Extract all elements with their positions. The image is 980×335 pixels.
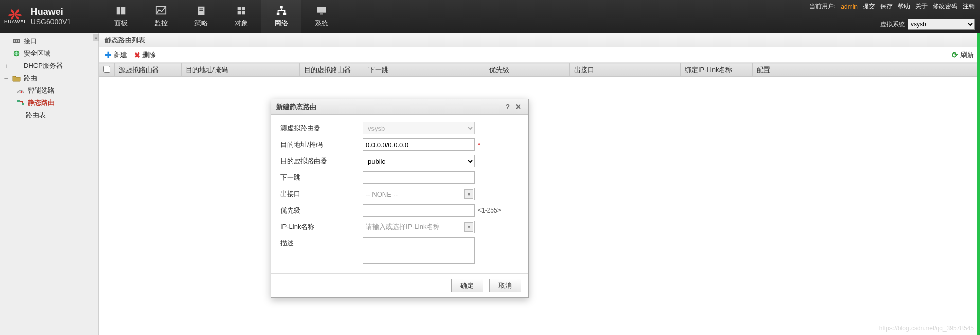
link-help[interactable]: 帮助 — [898, 2, 910, 11]
sidebar-item-label: 路由 — [24, 74, 37, 83]
required-mark: * — [478, 141, 480, 149]
outif-value: -- NONE -- — [366, 190, 398, 198]
svg-rect-14 — [320, 14, 324, 15]
toolbar: ✚ 新建 ✖ 删除 ⟳ 刷新 — [99, 47, 980, 63]
input-nexthop[interactable] — [363, 171, 475, 184]
nav-monitor[interactable]: 监控 — [141, 0, 181, 33]
svg-rect-7 — [242, 7, 245, 10]
huawei-petal-icon — [6, 9, 24, 20]
sidebar-item-seczone[interactable]: 安全区域 — [0, 47, 98, 60]
input-dest[interactable] — [363, 138, 475, 151]
ok-button[interactable]: 确定 — [451, 279, 483, 292]
svg-rect-6 — [238, 7, 241, 10]
sidebar-item-route-table[interactable]: 路由表 — [0, 109, 98, 121]
chevron-down-icon[interactable]: ▾ — [464, 222, 473, 232]
nav-system[interactable]: 系统 — [301, 0, 342, 33]
col-priority[interactable]: 优先级 — [485, 63, 570, 77]
input-dest-vr[interactable]: public — [363, 155, 475, 167]
nav-network[interactable]: 网络 — [261, 0, 301, 33]
new-button-label: 新建 — [114, 50, 127, 60]
current-user-name: admin — [841, 3, 858, 10]
brand-block: HUAWEI Huawei USG6000V1 — [0, 0, 80, 33]
dialog-footer: 确定 取消 — [271, 273, 528, 297]
label-dest: 目的地址/掩码 — [280, 138, 363, 149]
col-dest-vr[interactable]: 目的虚拟路由器 — [300, 63, 364, 77]
nav-tree: 接口 安全区域 + DHCP服务器 − 路由 — [0, 35, 98, 121]
col-nexthop[interactable]: 下一跳 — [364, 63, 485, 77]
top-right: 当前用户: admin 提交 保存 帮助 关于 修改密码 注销 虚拟系统 vsy… — [809, 0, 980, 33]
field-dest: 目的地址/掩码 * — [280, 138, 520, 151]
field-desc: 描述 — [280, 237, 520, 264]
gauge-icon — [16, 87, 25, 94]
iplink-placeholder: 请输入或选择IP-Link名称 — [366, 222, 440, 232]
link-save[interactable]: 保存 — [880, 2, 893, 11]
input-priority[interactable] — [363, 204, 475, 217]
dialog-header[interactable]: 新建静态路由 ? ✕ — [271, 99, 528, 115]
field-iplink: IP-Link名称 请输入或选择IP-Link名称 ▾ — [280, 221, 520, 233]
priority-hint: <1-255> — [478, 207, 501, 214]
svg-rect-0 — [117, 7, 120, 15]
input-outif[interactable]: -- NONE -- ▾ — [363, 188, 475, 200]
svg-rect-17 — [16, 40, 17, 42]
delete-button[interactable]: ✖ 删除 — [134, 50, 156, 60]
link-commit[interactable]: 提交 — [863, 2, 875, 11]
dialog-close-icon[interactable]: ✕ — [513, 103, 523, 111]
sidebar-item-route[interactable]: − 路由 — [0, 72, 98, 84]
svg-rect-4 — [200, 8, 203, 9]
vsys-label: 虚拟系统 — [880, 20, 905, 29]
col-iplink[interactable]: 绑定IP-Link名称 — [681, 63, 753, 77]
vsys-selector-row: 虚拟系统 vsysb — [880, 19, 975, 30]
new-static-route-dialog: 新建静态路由 ? ✕ 源虚拟路由器 vsysb 目的地址/掩码 * 目的虚拟路由… — [271, 99, 529, 298]
link-about[interactable]: 关于 — [915, 2, 928, 11]
chevron-down-icon[interactable]: ▾ — [464, 189, 473, 199]
select-all-checkbox[interactable] — [103, 66, 110, 73]
sidebar-item-dhcp[interactable]: + DHCP服务器 — [0, 60, 98, 72]
dialog-title: 新建静态路由 — [276, 102, 316, 112]
panel-title: 静态路由列表 — [99, 33, 980, 47]
twisty-plus[interactable]: + — [3, 62, 9, 70]
vsys-select[interactable]: vsysb — [908, 19, 975, 30]
brand-name: Huawei — [31, 7, 72, 18]
svg-rect-8 — [238, 11, 241, 14]
dialog-help-icon[interactable]: ? — [503, 103, 513, 111]
col-operate[interactable]: 配置 — [753, 63, 980, 77]
input-iplink[interactable]: 请输入或选择IP-Link名称 ▾ — [363, 221, 475, 233]
svg-rect-18 — [18, 40, 19, 42]
nav-dashboard[interactable]: 面板 — [101, 0, 141, 33]
svg-rect-12 — [283, 13, 287, 15]
input-src-vr: vsysb — [363, 122, 475, 134]
sidebar-item-static-route[interactable]: 静态路由 — [0, 97, 98, 109]
field-nexthop: 下一跳 — [280, 171, 520, 184]
label-nexthop: 下一跳 — [280, 171, 363, 182]
col-outif[interactable]: 出接口 — [570, 63, 681, 77]
input-desc[interactable] — [363, 237, 475, 264]
col-dest-mask[interactable]: 目的地址/掩码 — [182, 63, 300, 77]
sidebar-collapse-handle[interactable]: « — [93, 34, 99, 41]
sidebar-item-label: 接口 — [24, 37, 37, 46]
sidebar-item-label: 智能选路 — [28, 86, 55, 95]
cancel-button[interactable]: 取消 — [489, 279, 521, 292]
sidebar-item-label: DHCP服务器 — [24, 61, 63, 70]
network-icon — [276, 5, 287, 16]
col-src-vr[interactable]: 源虚拟路由器 — [115, 63, 182, 77]
svg-rect-22 — [22, 103, 24, 105]
nav-object[interactable]: 对象 — [221, 0, 261, 33]
current-user-label: 当前用户: — [809, 2, 835, 11]
sidebar-item-interface[interactable]: 接口 — [0, 35, 98, 47]
link-password[interactable]: 修改密码 — [933, 2, 957, 11]
top-right-links: 当前用户: admin 提交 保存 帮助 关于 修改密码 注销 — [809, 2, 975, 11]
sidebar-item-label: 静态路由 — [28, 98, 55, 108]
refresh-button[interactable]: ⟳ 刷新 — [952, 50, 974, 60]
table-header-row: 源虚拟路由器 目的地址/掩码 目的虚拟路由器 下一跳 优先级 出接口 绑定IP-… — [99, 63, 980, 77]
svg-rect-16 — [14, 40, 15, 42]
system-icon — [316, 5, 327, 16]
nav-policy[interactable]: 策略 — [181, 0, 221, 33]
svg-rect-13 — [317, 7, 326, 13]
new-button[interactable]: ✚ 新建 — [105, 50, 127, 60]
twisty-minus[interactable]: − — [3, 75, 9, 82]
label-desc: 描述 — [280, 237, 363, 248]
brand-model: USG6000V1 — [31, 17, 72, 26]
svg-rect-10 — [280, 6, 283, 9]
link-logout[interactable]: 注销 — [963, 2, 975, 11]
sidebar-item-smartroute[interactable]: 智能选路 — [0, 84, 98, 97]
